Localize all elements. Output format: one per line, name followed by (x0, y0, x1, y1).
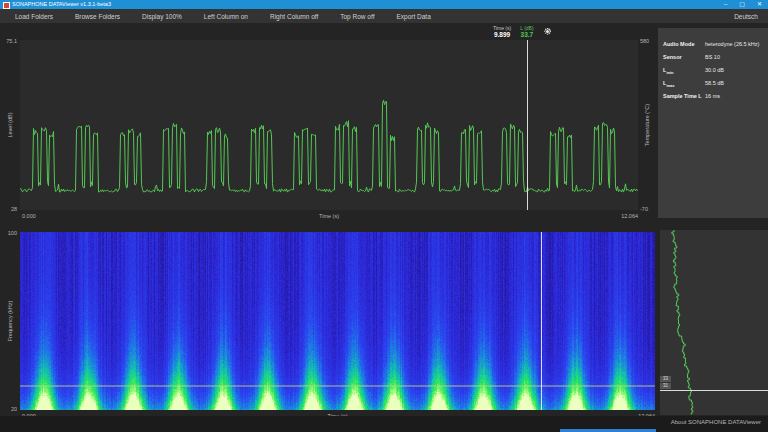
minimize-button[interactable]: – (724, 0, 727, 9)
level-x-max-tick: 12.064 (621, 213, 638, 219)
spectrum-canvas[interactable] (660, 230, 768, 415)
app-window: SONAPHONE DATAViewer v1.3.1-beta3 – ▢ ✕ … (0, 0, 768, 432)
menu-browse-folders[interactable]: Browse Folders (75, 13, 120, 20)
spectrogram-y-max-tick: 100 (8, 230, 17, 236)
readout-time-value: 9.899 (494, 31, 510, 38)
info-row-sample-time: Sample Time L 16 ms (663, 93, 763, 101)
spectrogram-time-cursor-line[interactable] (541, 232, 542, 410)
level-x-axis: 0.000 Time (s) 12.064 (20, 211, 638, 221)
info-row-lmin: Lmin 30.0 dB (663, 67, 763, 75)
level-y-max-tick: 75.1 (6, 38, 17, 44)
temperature-y-axis-label: Temperature (°C) (644, 104, 650, 146)
menu-right-column-toggle[interactable]: Right Column off (270, 13, 318, 20)
level-plot-area[interactable] (20, 40, 638, 210)
menu-export-data[interactable]: Export Data (396, 13, 430, 20)
settings-gear-icon[interactable] (543, 27, 552, 36)
info-row-sensor: Sensor BS 10 (663, 54, 763, 62)
temperature-y-min-tick: -70 (640, 206, 648, 212)
maximize-button[interactable]: ▢ (739, 0, 745, 9)
frequency-cursor-line[interactable] (660, 390, 768, 391)
info-row-audio-mode: Audio Mode heterodyne (26.5 kHz) (663, 41, 763, 49)
spectrogram-y-axis-label: Frequency (kHz) (7, 301, 13, 342)
level-x-min-tick: 0.000 (22, 213, 36, 219)
frequency-cursor-label-top: 33 (660, 376, 671, 382)
status-bar: About SONAPHONE DATAViewer (0, 416, 768, 432)
temperature-y-max-tick: 580 (640, 38, 649, 44)
about-link[interactable]: About SONAPHONE DATAViewer (671, 419, 761, 425)
menu-top-row-toggle[interactable]: Top Row off (340, 13, 374, 20)
menu-left-column-toggle[interactable]: Left Column on (204, 13, 248, 20)
level-x-axis-label: Time (s) (319, 213, 339, 219)
level-y-axis: Level (dB) 75.1 28 (0, 40, 19, 210)
window-title: SONAPHONE DATAViewer v1.3.1-beta3 (12, 1, 111, 7)
title-bar: SONAPHONE DATAViewer v1.3.1-beta3 – ▢ ✕ (0, 0, 768, 9)
spectrogram-y-min-tick: 20 (11, 406, 17, 412)
menu-bar: Load Folders Browse Folders Display 100%… (0, 9, 768, 23)
menu-display-zoom[interactable]: Display 100% (142, 13, 182, 20)
spectrogram-section: Frequency (kHz) 100 20 0.000 Time (s) 12… (0, 225, 658, 416)
app-icon (3, 2, 10, 9)
info-row-lmax: Lmax 58.5 dB (663, 80, 763, 88)
readout-level-value: 33.7 (521, 31, 534, 38)
spectrum-side-panel[interactable]: 33 31 (660, 230, 768, 415)
temperature-y-axis: Temperature (°C) 580 -70 (638, 40, 655, 210)
level-y-axis-label: Level (dB) (7, 112, 13, 137)
measurement-info-panel: Audio Mode heterodyne (26.5 kHz) Sensor … (658, 28, 768, 218)
menu-language[interactable]: Deutsch (734, 13, 758, 20)
frequency-cursor-label-bottom: 31 (660, 383, 671, 389)
level-chart-section: Time (s) 9.899 L (dB) 33.7 Level (dB) 75… (0, 24, 654, 222)
level-plot-canvas[interactable] (20, 40, 638, 210)
menu-load-folders[interactable]: Load Folders (15, 13, 53, 20)
time-cursor-line[interactable] (527, 40, 528, 210)
close-button[interactable]: ✕ (757, 0, 762, 9)
spectrogram-plot-area[interactable] (20, 232, 655, 410)
level-y-min-tick: 28 (11, 206, 17, 212)
cursor-readout: Time (s) 9.899 L (dB) 33.7 (493, 25, 552, 38)
spectrogram-canvas[interactable] (20, 232, 655, 410)
spectrogram-y-axis: Frequency (kHz) 100 20 (0, 232, 19, 410)
